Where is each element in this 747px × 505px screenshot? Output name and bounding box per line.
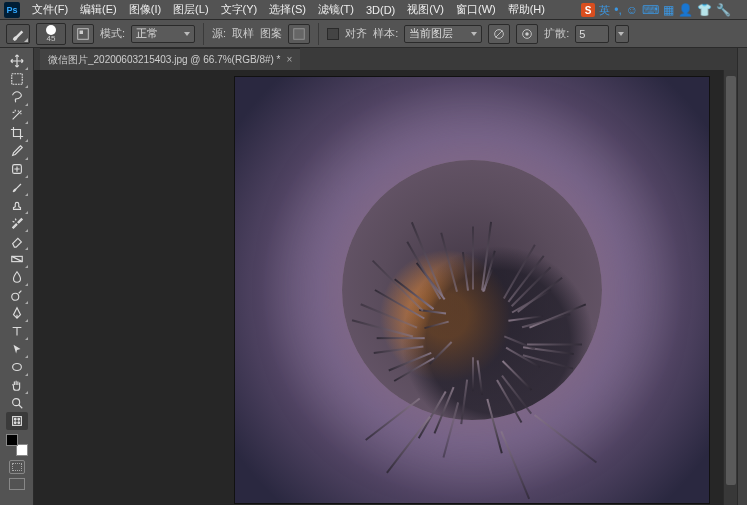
menu-select[interactable]: 选择(S) [263,2,312,17]
menu-file[interactable]: 文件(F) [26,2,74,17]
menu-filter[interactable]: 滤镜(T) [312,2,360,17]
mode-value: 正常 [136,26,158,41]
rect-marquee-tool[interactable] [6,70,28,88]
menu-type[interactable]: 文字(Y) [215,2,264,17]
screen-mode-button[interactable] [9,478,25,490]
brush-size-label: 45 [47,35,56,43]
svg-rect-2 [294,28,305,39]
ime-grid-icon[interactable]: ▦ [663,3,674,17]
shape-tool[interactable] [6,358,28,376]
pattern-picker[interactable] [288,24,310,44]
diffusion-label: 扩散: [544,26,569,41]
ime-logo-icon[interactable]: S [581,3,595,17]
ime-keyboard-icon[interactable]: ⌨ [642,3,659,17]
document-tab-close-icon[interactable]: × [287,54,293,65]
menu-help[interactable]: 帮助(H) [502,2,551,17]
healing-brush-tool[interactable] [6,160,28,178]
right-panel-collapsed[interactable] [737,48,747,505]
svg-point-13 [14,418,16,420]
menu-window[interactable]: 窗口(W) [450,2,502,17]
ime-face-icon[interactable]: ☺ [626,3,638,17]
pen-tool[interactable] [6,304,28,322]
separator [318,23,319,45]
zoom-tool[interactable] [6,394,28,412]
sample-select[interactable]: 当前图层 [404,25,482,43]
color-swatches[interactable] [6,434,28,456]
document-tab-bar: 微信图片_20200603215403.jpg @ 66.7%(RGB/8#) … [34,48,737,70]
menu-image[interactable]: 图像(I) [123,2,167,17]
quick-mask-button[interactable] [9,460,25,474]
vertical-scrollbar-thumb[interactable] [726,76,736,485]
history-brush-tool[interactable] [6,214,28,232]
menu-edit[interactable]: 编辑(E) [74,2,123,17]
svg-point-10 [12,364,21,371]
current-tool-icon[interactable] [6,24,30,44]
edit-toolbar-button[interactable] [6,412,28,430]
type-tool[interactable] [6,322,28,340]
menu-view[interactable]: 视图(V) [401,2,450,17]
document-tab[interactable]: 微信图片_20200603215403.jpg @ 66.7%(RGB/8#) … [40,48,300,70]
options-bar: 45 模式: 正常 源: 取样 图案 对齐 样本: 当前图层 扩散: [0,20,747,48]
hand-tool[interactable] [6,376,28,394]
menu-3d[interactable]: 3D(D) [360,4,401,16]
svg-point-14 [17,418,19,420]
svg-rect-6 [11,74,22,85]
document-area: 微信图片_20200603215403.jpg @ 66.7%(RGB/8#) … [34,48,737,505]
ignore-adjustment-button[interactable] [488,24,510,44]
ime-user-icon[interactable]: 👤 [678,3,693,17]
lasso-tool[interactable] [6,88,28,106]
source-label: 源: [212,26,226,41]
tiny-planet-graphic [342,160,602,420]
eraser-tool[interactable] [6,232,28,250]
clone-stamp-tool[interactable] [6,196,28,214]
menu-layer[interactable]: 图层(L) [167,2,214,17]
document-image [234,76,710,504]
mode-label: 模式: [100,26,125,41]
tools-panel [0,48,34,505]
dodge-tool[interactable] [6,286,28,304]
brush-panel-button[interactable] [72,24,94,44]
svg-rect-1 [80,30,84,34]
diffusion-input[interactable] [575,25,609,43]
sample-link[interactable]: 取样 [232,26,254,41]
ime-lang-button[interactable]: 英 [599,3,610,18]
crop-tool[interactable] [6,124,28,142]
svg-rect-12 [12,417,21,426]
eyedropper-tool[interactable] [6,142,28,160]
mode-select[interactable]: 正常 [131,25,195,43]
diffusion-stepper[interactable] [615,25,629,43]
move-tool[interactable] [6,52,28,70]
pressure-button[interactable] [516,24,538,44]
canvas-viewport[interactable] [34,70,737,505]
svg-point-11 [12,399,19,406]
ime-shirt-icon[interactable]: 👕 [697,3,712,17]
document-tab-title: 微信图片_20200603215403.jpg @ 66.7%(RGB/8#) … [48,53,281,67]
svg-point-15 [14,422,16,424]
sample-value: 当前图层 [409,26,453,41]
ime-bar: S 英 •, ☺ ⌨ ▦ 👤 👕 🔧 [581,2,731,18]
main-area: 微信图片_20200603215403.jpg @ 66.7%(RGB/8#) … [0,48,747,505]
sample-label: 样本: [373,26,398,41]
brush-preset-picker[interactable]: 45 [36,23,66,45]
vertical-scrollbar[interactable] [723,70,737,505]
path-select-tool[interactable] [6,340,28,358]
pattern-link[interactable]: 图案 [260,26,282,41]
svg-point-9 [11,293,18,300]
align-checkbox[interactable] [327,28,339,40]
ime-punct-icon[interactable]: •, [614,3,622,17]
align-label: 对齐 [345,26,367,41]
svg-point-16 [17,422,19,424]
ime-wrench-icon[interactable]: 🔧 [716,3,731,17]
app-logo: Ps [4,2,20,18]
brush-tool[interactable] [6,178,28,196]
gradient-tool[interactable] [6,250,28,268]
brush-dot-icon [46,25,56,35]
foreground-swatch[interactable] [6,434,18,446]
blur-tool[interactable] [6,268,28,286]
magic-wand-tool[interactable] [6,106,28,124]
svg-point-5 [525,32,529,36]
separator [203,23,204,45]
